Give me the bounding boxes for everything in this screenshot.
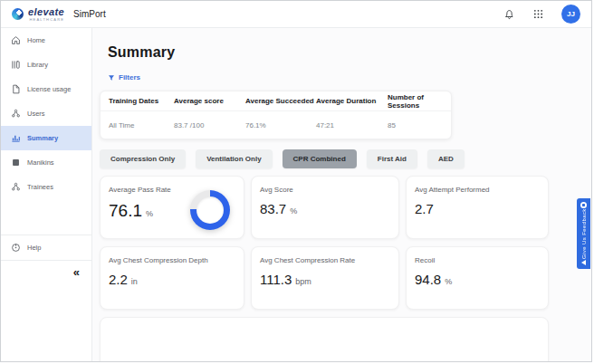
feedback-info-icon xyxy=(580,202,587,208)
brand-wordmark: elevate HEALTHCARE xyxy=(28,7,64,22)
app-window: elevate HEALTHCARE SimPort JJ Home Libra… xyxy=(0,0,592,362)
metric-cards-row-2: Avg Chest Compression Depth 2.2 in Avg C… xyxy=(100,246,591,310)
license-document-icon xyxy=(11,84,21,94)
sidebar-footer: « xyxy=(1,261,91,283)
filter-funnel-icon xyxy=(108,74,115,81)
filters-label: Filters xyxy=(119,73,140,81)
users-icon xyxy=(11,109,21,119)
table-row: All Time 83.7 /100 76.1% 47:21 85 xyxy=(101,111,451,139)
main-content: Summary Filters Training Dates Average s… xyxy=(92,28,591,361)
tab-compression-only[interactable]: Compression Only xyxy=(100,149,186,168)
pass-rate-donut-chart xyxy=(190,190,230,230)
sidebar-item-license-usage[interactable]: License usage xyxy=(1,77,91,101)
sidebar-item-help[interactable]: Help xyxy=(1,235,91,260)
feedback-label: Give Us Feedback xyxy=(581,208,587,260)
metric-label: Avg Chest Compression Depth xyxy=(109,256,235,264)
cell-number-of-sessions: 85 xyxy=(388,121,451,129)
tab-aed[interactable]: AED xyxy=(427,149,465,168)
metric-value: 111.3 xyxy=(260,272,292,287)
column-header: Average score xyxy=(174,97,245,105)
column-header: Training Dates xyxy=(109,97,174,105)
sidebar-item-summary[interactable]: Summary xyxy=(1,126,91,150)
brand-subtext: HEALTHCARE xyxy=(30,18,65,22)
metric-value: 2.7 xyxy=(415,201,434,216)
topbar-actions: JJ xyxy=(503,5,580,24)
sidebar-item-label: Manikins xyxy=(27,158,54,167)
metric-label: Avg Attempt Performed xyxy=(415,186,540,194)
sidebar-item-manikins[interactable]: Manikins xyxy=(1,150,91,175)
metric-value: 2.2 xyxy=(109,272,128,287)
collapse-sidebar-icon[interactable]: « xyxy=(73,266,80,278)
cell-training-dates: All Time xyxy=(109,121,174,129)
column-header: Average Duration xyxy=(316,97,388,105)
card-average-pass-rate: Average Pass Rate 76.1 % xyxy=(100,176,244,239)
sidebar-item-label: Users xyxy=(27,110,45,118)
card-avg-attempt-performed: Avg Attempt Performed 2.7 xyxy=(406,176,549,239)
manikin-icon xyxy=(11,158,21,168)
elevate-logo-icon xyxy=(12,8,24,20)
sidebar-item-label: Help xyxy=(27,244,41,252)
brand-name: elevate xyxy=(28,7,64,17)
summary-chart-icon xyxy=(11,133,21,143)
metric-unit: % xyxy=(445,277,452,286)
metric-label: Recoil xyxy=(415,256,540,264)
card-avg-score: Avg Score 83.7 % xyxy=(251,176,399,239)
metric-unit: % xyxy=(146,209,153,218)
summary-stats-table: Training Dates Average score Average Suc… xyxy=(100,91,452,139)
metric-cards-row-1: Average Pass Rate 76.1 % Avg Score 83.7 … xyxy=(100,176,591,239)
metric-label: Avg Chest Compression Rate xyxy=(260,256,390,264)
sidebar-item-library[interactable]: Library xyxy=(1,53,91,77)
feedback-arrow-icon xyxy=(581,260,586,265)
topbar: elevate HEALTHCARE SimPort JJ xyxy=(1,1,591,28)
card-avg-chest-compression-depth: Avg Chest Compression Depth 2.2 in xyxy=(100,246,244,310)
table-header-row: Training Dates Average score Average Suc… xyxy=(101,91,451,111)
sidebar-item-label: License usage xyxy=(27,85,71,93)
cell-average-succeeded: 76.1% xyxy=(245,121,316,129)
notifications-bell-icon[interactable] xyxy=(503,8,515,20)
category-tabs: Compression Only Ventilation Only CPR Co… xyxy=(100,149,591,168)
sidebar-item-label: Trainees xyxy=(27,183,53,191)
metric-value: 83.7 xyxy=(260,201,286,216)
home-icon xyxy=(11,35,21,45)
column-header: Average Succeeded xyxy=(245,97,316,105)
cell-average-duration: 47:21 xyxy=(316,121,388,129)
apps-grid-icon[interactable] xyxy=(533,9,543,19)
sidebar-item-users[interactable]: Users xyxy=(1,101,91,126)
avatar[interactable]: JJ xyxy=(561,5,580,24)
sidebar-spacer xyxy=(1,199,91,235)
metric-value: 76.1 xyxy=(109,201,142,221)
sidebar-item-label: Summary xyxy=(27,134,58,142)
column-header: Number of Sessions xyxy=(388,93,451,110)
metric-label: Avg Score xyxy=(260,186,390,194)
trainees-icon xyxy=(11,182,21,192)
sidebar-item-label: Library xyxy=(27,61,48,69)
tab-first-aid[interactable]: First Aid xyxy=(367,149,417,168)
bottom-panel xyxy=(100,317,549,361)
metric-unit: % xyxy=(290,206,297,216)
sidebar-item-home[interactable]: Home xyxy=(1,28,91,53)
metric-value: 94.8 xyxy=(415,272,441,287)
metric-unit: in xyxy=(131,277,138,286)
sidebar: Home Library License usage Users Summary… xyxy=(1,28,92,361)
sidebar-item-label: Home xyxy=(27,36,45,44)
feedback-tab[interactable]: Give Us Feedback xyxy=(577,198,590,269)
page-title: Summary xyxy=(108,44,591,61)
tab-ventilation-only[interactable]: Ventilation Only xyxy=(196,149,272,168)
tab-cpr-combined[interactable]: CPR Combined xyxy=(283,149,357,168)
card-recoil: Recoil 94.8 % xyxy=(406,246,549,310)
sidebar-item-trainees[interactable]: Trainees xyxy=(1,175,91,199)
metric-unit: bpm xyxy=(295,277,311,286)
cell-average-score: 83.7 /100 xyxy=(174,121,245,129)
filters-button[interactable]: Filters xyxy=(108,73,140,81)
library-icon xyxy=(11,60,21,70)
product-name: SimPort xyxy=(73,9,106,19)
help-icon xyxy=(11,243,21,253)
card-avg-chest-compression-rate: Avg Chest Compression Rate 111.3 bpm xyxy=(251,246,399,310)
brand-logo[interactable]: elevate HEALTHCARE xyxy=(12,7,64,22)
